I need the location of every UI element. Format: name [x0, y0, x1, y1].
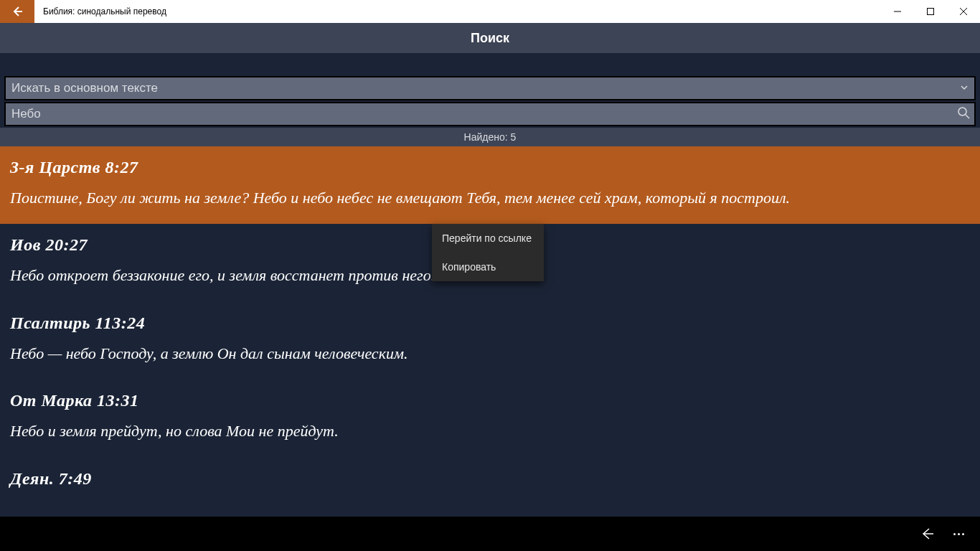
maximize-icon [927, 8, 934, 15]
verse-reference: Псалтирь 113:24 [10, 314, 970, 333]
results-count: Найдено: 5 [0, 128, 980, 146]
verse-text: Небо — небо Господу, а землю Он дал сына… [10, 340, 970, 367]
bottom-app-bar [0, 517, 980, 551]
minimize-icon [894, 8, 901, 15]
verse-text: Небо и земля прейдут, но слова Мои не пр… [10, 418, 970, 444]
search-button[interactable] [957, 106, 970, 122]
context-menu: Перейти по ссылке Копировать [432, 224, 544, 281]
search-input[interactable] [6, 107, 974, 121]
close-icon [960, 8, 967, 15]
minimize-button[interactable] [881, 0, 914, 23]
search-scope-dropdown[interactable]: Искать в основном тексте [4, 76, 976, 100]
close-button[interactable] [947, 0, 980, 23]
arrow-left-icon [11, 6, 23, 17]
result-item[interactable]: Псалтирь 113:24 Небо — небо Господу, а з… [0, 302, 980, 380]
result-item[interactable]: 3-я Царств 8:27 Поистине, Богу ли жить н… [0, 146, 980, 224]
more-button[interactable] [943, 518, 974, 550]
context-menu-copy[interactable]: Копировать [432, 253, 544, 281]
search-input-row [4, 102, 976, 126]
page-title: Поиск [0, 23, 980, 53]
context-menu-open-link[interactable]: Перейти по ссылке [432, 224, 544, 253]
verse-reference: 3-я Царств 8:27 [10, 158, 970, 177]
search-icon [957, 106, 970, 119]
svg-point-1 [958, 108, 966, 116]
more-icon [953, 533, 964, 535]
verse-reference: Деян. 7:49 [10, 469, 970, 489]
arrow-left-icon [920, 527, 934, 541]
chevron-down-icon [960, 81, 969, 95]
back-button[interactable] [0, 0, 34, 23]
search-scope-label: Искать в основном тексте [11, 81, 158, 95]
maximize-button[interactable] [914, 0, 947, 23]
app-title: Библия: синодальный перевод [34, 0, 166, 23]
titlebar: Библия: синодальный перевод [0, 0, 980, 23]
bottom-back-button[interactable] [911, 518, 943, 550]
result-item[interactable]: От Марка 13:31 Небо и земля прейдут, но … [0, 380, 980, 457]
result-item[interactable]: Деян. 7:49 [0, 458, 980, 509]
verse-text: Поистине, Богу ли жить на земле? Небо и … [10, 184, 970, 211]
window-controls [881, 0, 980, 23]
verse-reference: От Марка 13:31 [10, 391, 970, 410]
svg-rect-0 [928, 9, 934, 15]
results-list: 3-я Царств 8:27 Поистине, Богу ли жить н… [0, 146, 980, 518]
